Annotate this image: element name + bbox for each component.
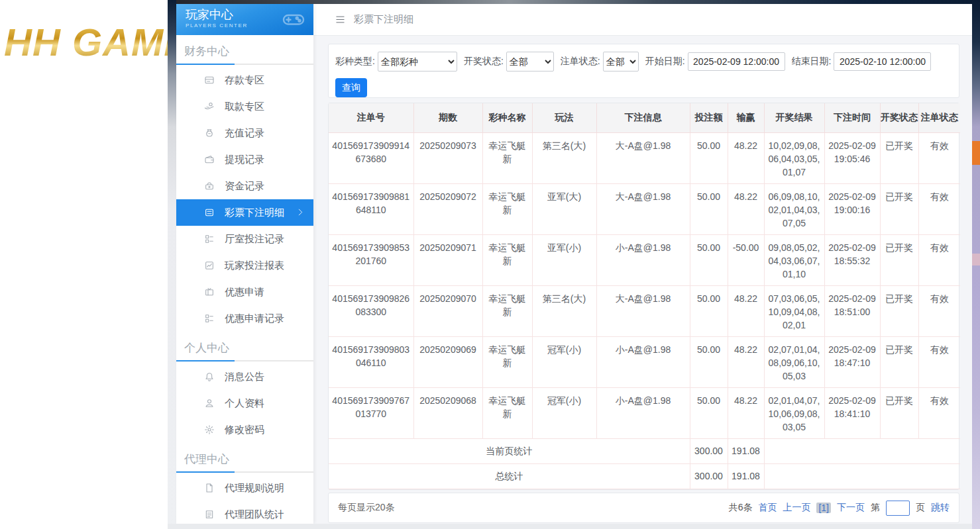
table-cell: 2025-02-09 18:55:32 bbox=[824, 234, 880, 285]
table-header-cell: 下注信息 bbox=[596, 103, 690, 132]
sidebar-item[interactable]: 玩家投注报表 bbox=[176, 252, 313, 279]
sidebar-item[interactable]: 代理规则说明 bbox=[176, 475, 313, 501]
sidebar-item-label: 取款专区 bbox=[225, 101, 264, 113]
sidebar-item[interactable]: 消息公告 bbox=[176, 363, 313, 390]
table-cell: 幸运飞艇新 bbox=[482, 285, 532, 336]
table-cell: 小-A盘@1.98 bbox=[596, 387, 690, 438]
summary-empty bbox=[764, 463, 960, 489]
table-cell: 20250209069 bbox=[413, 336, 482, 387]
sidebar-item[interactable]: 存款专区 bbox=[176, 67, 313, 93]
table-cell: 20250209070 bbox=[413, 285, 482, 336]
sidebar-item-label: 资金记录 bbox=[225, 180, 264, 193]
table-cell: 401569173909767013770 bbox=[329, 387, 413, 438]
draw-status-select[interactable]: 全部 bbox=[506, 52, 554, 72]
sidebar-item[interactable]: 厅室投注记录 bbox=[176, 226, 313, 252]
card-icon bbox=[204, 75, 215, 85]
underline-accent bbox=[176, 360, 235, 361]
table-cell: 已开奖 bbox=[880, 234, 918, 285]
sidebar-item-label: 代理规则说明 bbox=[225, 482, 284, 495]
breadcrumb-bar: 彩票下注明细 bbox=[313, 4, 972, 36]
table-row: 40156917390988164811020250209072幸运飞艇新亚军(… bbox=[329, 183, 960, 234]
table-cell: 20250209073 bbox=[413, 132, 482, 183]
underline-accent bbox=[176, 471, 235, 473]
summary-winloss-total: 191.08 bbox=[728, 463, 764, 489]
sidebar-item[interactable]: 修改密码 bbox=[176, 416, 313, 443]
sidebar-section-title: 个人中心 bbox=[184, 340, 313, 356]
filter-row: 彩种类型: 全部彩种 开奖状态: 全部 注单状态: 全部 开始日期: 结束日期: bbox=[329, 44, 959, 72]
sidebar-item[interactable]: 优惠申请 bbox=[176, 279, 313, 305]
hamburger-menu-icon[interactable] bbox=[335, 15, 346, 24]
sidebar-item-label: 提现记录 bbox=[225, 154, 264, 166]
next-page-link[interactable]: 下一页 bbox=[837, 502, 865, 514]
sidebar-item-label: 玩家投注报表 bbox=[225, 260, 284, 272]
sidebar-item[interactable]: 个人资料 bbox=[176, 390, 313, 416]
search-button[interactable]: 查询 bbox=[335, 78, 367, 97]
table-cell: 50.00 bbox=[690, 132, 728, 183]
sidebar-item-label: 彩票下注明细 bbox=[225, 207, 284, 219]
table-cell: 2025-02-09 18:47:10 bbox=[824, 336, 880, 387]
table-cell: 2025-02-09 19:05:46 bbox=[824, 132, 880, 183]
prev-page-link[interactable]: 上一页 bbox=[783, 502, 810, 514]
table-cell: 第三名(大) bbox=[532, 132, 596, 183]
table-cell: 冠军(小) bbox=[532, 336, 596, 387]
summary-empty bbox=[764, 438, 960, 463]
summary-label: 当前页统计 bbox=[329, 438, 690, 463]
brand-logo: HH GAME bbox=[4, 20, 168, 64]
table-cell: 幸运飞艇新 bbox=[482, 183, 532, 234]
order-status-select[interactable]: 全部 bbox=[603, 52, 639, 72]
summary-row: 总统计300.00191.08 bbox=[329, 463, 960, 489]
table-cell: 冠军(小) bbox=[532, 387, 596, 438]
right-strip-orange-segment bbox=[972, 141, 980, 165]
table-cell: 大-A盘@1.98 bbox=[596, 183, 690, 234]
table-row: 40156917390976701377020250209068幸运飞艇新冠军(… bbox=[329, 387, 960, 438]
section-underline bbox=[176, 471, 313, 473]
gamepad-icon bbox=[280, 7, 307, 31]
bets-table: 注单号期数彩种名称玩法下注信息投注额输赢开奖结果下注时间开奖状态注单状态 401… bbox=[329, 103, 960, 489]
page-jump-input[interactable] bbox=[886, 501, 910, 516]
table-cell: 有效 bbox=[918, 132, 960, 183]
end-date-label: 结束日期: bbox=[792, 56, 832, 68]
sidebar-menu: 财务中心存款专区取款专区充值记录提现记录资金记录彩票下注明细厅室投注记录玩家投注… bbox=[176, 44, 313, 528]
lottery-type-select[interactable]: 全部彩种 bbox=[378, 52, 457, 72]
table-cell: 大-A盘@1.98 bbox=[596, 285, 690, 336]
right-background-strip bbox=[972, 0, 980, 529]
file-icon bbox=[204, 483, 215, 493]
moneybag-icon bbox=[204, 128, 215, 138]
section-underline bbox=[176, 64, 313, 65]
table-cell: 小-A盘@1.98 bbox=[596, 234, 690, 285]
sidebar-item-label: 修改密码 bbox=[225, 424, 264, 436]
sidebar-item-label: 代理团队统计 bbox=[225, 508, 284, 521]
page-size-text: 每页显示20条 bbox=[338, 502, 395, 514]
logo-area: HH GAME bbox=[0, 0, 168, 529]
start-date-input[interactable] bbox=[688, 52, 785, 71]
jump-link[interactable]: 跳转 bbox=[931, 502, 950, 514]
current-page-indicator[interactable]: [1] bbox=[816, 503, 831, 513]
summary-label: 总统计 bbox=[329, 463, 690, 489]
sidebar-item[interactable]: 彩票下注明细 bbox=[176, 199, 313, 226]
sidebar-item[interactable]: 优惠申请记录 bbox=[176, 305, 313, 332]
sidebar-item[interactable]: 提现记录 bbox=[176, 146, 313, 173]
table-header-cell: 注单号 bbox=[329, 103, 413, 132]
table-cell: 50.00 bbox=[690, 285, 728, 336]
table-cell: 大-A盘@1.98 bbox=[596, 132, 690, 183]
table-cell: 48.22 bbox=[728, 183, 764, 234]
sidebar-item-label: 厅室投注记录 bbox=[225, 233, 284, 246]
sidebar-item-label: 消息公告 bbox=[225, 371, 264, 383]
sidebar-item-label: 优惠申请记录 bbox=[225, 313, 284, 325]
gear-icon bbox=[204, 424, 215, 435]
table-cell: 亚军(大) bbox=[532, 183, 596, 234]
table-header-cell: 开奖状态 bbox=[880, 103, 918, 132]
table-cell: 48.22 bbox=[728, 387, 764, 438]
summary-winloss-total: 191.08 bbox=[728, 438, 764, 463]
end-date-input[interactable] bbox=[834, 52, 931, 71]
sidebar-item[interactable]: 资金记录 bbox=[176, 173, 313, 199]
first-page-link[interactable]: 首页 bbox=[758, 502, 777, 514]
sidebar-item[interactable]: 取款专区 bbox=[176, 93, 313, 120]
sidebar-item[interactable]: 充值记录 bbox=[176, 120, 313, 146]
table-header-cell: 注单状态 bbox=[918, 103, 960, 132]
lottery-type-label: 彩种类型: bbox=[335, 56, 375, 68]
table-cell: 亚军(小) bbox=[532, 234, 596, 285]
rows-icon bbox=[204, 313, 215, 324]
sidebar-item-label: 充值记录 bbox=[225, 127, 264, 140]
table-cell: 20250209071 bbox=[413, 234, 482, 285]
